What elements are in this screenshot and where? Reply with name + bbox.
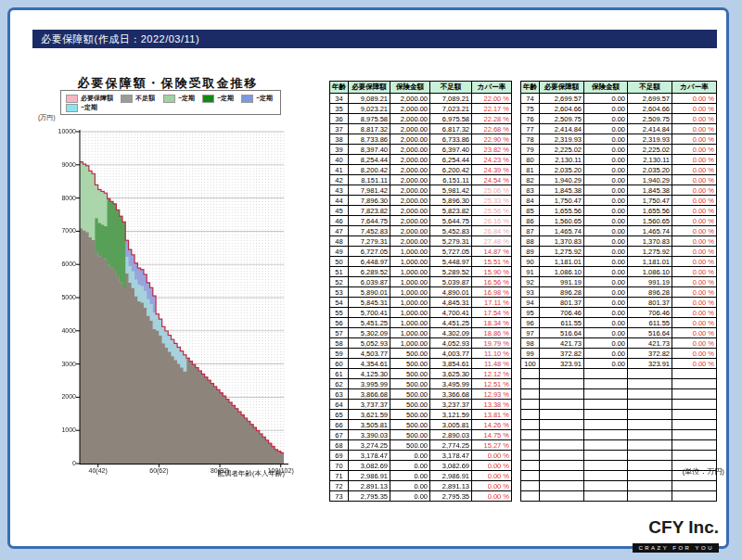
cell-age: 70: [330, 461, 349, 471]
cell-shortfall: 1,181.01: [628, 257, 672, 267]
cell-age: 55: [330, 308, 349, 318]
cell-age: 62: [330, 379, 349, 389]
table-row: 861,560.650.001,560.650.00 %: [521, 216, 717, 226]
cell-empty: [584, 481, 628, 491]
cell-age: 96: [521, 318, 540, 328]
cell-necessary-amount: 2,699.57: [540, 94, 584, 104]
cell-necessary-amount: 2,795.35: [349, 491, 390, 502]
cell-insurance-amount: 0.00: [390, 451, 430, 461]
table-row: 359,023.212,000.007,023.2122.17 %: [330, 104, 512, 114]
cell-age: 88: [521, 236, 540, 247]
cell-shortfall: 5,452.83: [430, 226, 472, 236]
cell-age: 44: [330, 196, 349, 206]
cell-insurance-amount: 500.00: [390, 430, 430, 440]
cell-cover-rate: 25.33 %: [472, 196, 512, 206]
cell-empty: [672, 491, 717, 502]
cell-cover-rate: 0.00 %: [672, 226, 717, 236]
cell-shortfall: 5,644.75: [430, 216, 472, 226]
cell-necessary-amount: 1,370.83: [540, 236, 584, 247]
cell-empty: [540, 440, 584, 451]
cell-cover-rate: 19.79 %: [472, 338, 512, 349]
cell-necessary-amount: 323.91: [540, 359, 584, 369]
cell-necessary-amount: 1,181.01: [540, 257, 584, 267]
cell-cover-rate: 0.00 %: [672, 124, 717, 134]
cell-necessary-amount: 421.73: [540, 338, 584, 349]
cell-empty: [521, 491, 540, 502]
cell-age: 40: [330, 155, 349, 165]
cell-shortfall: 2,509.75: [628, 114, 672, 124]
cell-age: 38: [330, 134, 349, 145]
table-row: 604,354.61500.003,854.6111.48 %: [330, 359, 512, 369]
cell-age: 100: [521, 359, 540, 369]
table-row-empty: [521, 451, 717, 461]
cell-shortfall: 3,082.69: [430, 461, 472, 471]
table-row: 663,505.81500.003,005.8114.26 %: [330, 420, 512, 430]
cell-cover-rate: 0.00 %: [672, 338, 717, 349]
cell-insurance-amount: 500.00: [390, 410, 430, 420]
cell-cover-rate: 26.84 %: [472, 226, 512, 236]
cell-age: 58: [330, 338, 349, 349]
cell-shortfall: 896.28: [628, 287, 672, 298]
cell-empty: [628, 369, 672, 379]
cell-insurance-amount: 0.00: [584, 175, 628, 185]
cell-necessary-amount: 1,655.56: [540, 206, 584, 216]
table-row: 762,509.750.002,509.750.00 %: [521, 114, 717, 124]
cell-cover-rate: 27.48 %: [472, 236, 512, 247]
cell-necessary-amount: 5,700.41: [349, 308, 390, 318]
cell-insurance-amount: 1,000.00: [390, 287, 430, 298]
cell-necessary-amount: 8,200.42: [349, 165, 390, 175]
cell-insurance-amount: 0.00: [584, 196, 628, 206]
cell-empty: [672, 400, 717, 410]
cell-shortfall: 5,823.82: [430, 206, 472, 216]
cell-empty: [672, 379, 717, 389]
cell-insurance-amount: 1,000.00: [390, 338, 430, 349]
cell-cover-rate: 13.81 %: [472, 410, 512, 420]
table-row: 555,700.411,000.004,700.4117.54 %: [330, 308, 512, 318]
cell-shortfall: 2,891.13: [430, 481, 472, 491]
cell-empty: [628, 420, 672, 430]
table-row: 673,390.03500.002,890.0314.75 %: [330, 430, 512, 440]
cell-empty: [540, 451, 584, 461]
cell-empty: [628, 430, 672, 440]
table-row: 93896.280.00896.280.00 %: [521, 287, 717, 298]
cell-insurance-amount: 0.00: [584, 298, 628, 308]
cell-insurance-amount: 2,000.00: [390, 165, 430, 175]
table-row: 821,940.290.001,940.290.00 %: [521, 175, 717, 185]
table-row: 683,274.25500.002,774.2515.27 %: [330, 440, 512, 451]
cell-necessary-amount: 8,397.40: [349, 145, 390, 155]
page-frame: 必要保障額(作成日：2022/03/11) 必要保障額・保険受取金推移 必要保障…: [7, 7, 729, 549]
cell-cover-rate: 15.51 %: [472, 257, 512, 267]
cell-cover-rate: 24.23 %: [472, 155, 512, 165]
legend-label: −定期: [256, 94, 273, 103]
cell-empty: [521, 481, 540, 491]
cell-age: 90: [521, 257, 540, 267]
cell-insurance-amount: 0.00: [584, 165, 628, 175]
table-row: 792,225.020.002,225.020.00 %: [521, 145, 717, 155]
cell-shortfall: 516.64: [628, 328, 672, 338]
cell-empty: [672, 430, 717, 440]
table-row: 457,823.822,000.005,823.8225.56 %: [330, 206, 512, 216]
cell-insurance-amount: 1,000.00: [390, 247, 430, 257]
cell-empty: [584, 369, 628, 379]
table-row-empty: [521, 410, 717, 420]
table-row: 614,125.30500.003,625.3012.12 %: [330, 369, 512, 379]
cell-empty: [628, 410, 672, 420]
cell-age: 42: [330, 175, 349, 185]
cell-insurance-amount: 2,000.00: [390, 196, 430, 206]
table-row: 388,733.862,000.006,733.8622.90 %: [330, 134, 512, 145]
cell-cover-rate: 0.00 %: [672, 328, 717, 338]
cell-necessary-amount: 2,604.66: [540, 104, 584, 114]
cell-cover-rate: 0.00 %: [672, 175, 717, 185]
cell-age: 49: [330, 247, 349, 257]
cell-age: 99: [521, 349, 540, 359]
cell-necessary-amount: 2,035.20: [540, 165, 584, 175]
cell-shortfall: 2,035.20: [628, 165, 672, 175]
cell-cover-rate: 25.56 %: [472, 206, 512, 216]
cell-insurance-amount: 500.00: [390, 420, 430, 430]
cell-shortfall: 2,604.66: [628, 104, 672, 114]
cell-cover-rate: 11.48 %: [472, 359, 512, 369]
table-row: 742,699.570.002,699.570.00 %: [521, 94, 717, 104]
company-logo: CFY Inc. CRAZY FOR YOU: [626, 518, 719, 554]
legend-label: −定期: [217, 94, 234, 103]
cell-age: 39: [330, 145, 349, 155]
